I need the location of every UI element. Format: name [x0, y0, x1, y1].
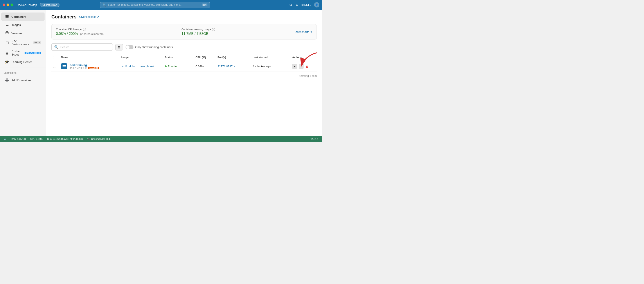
traffic-lights: [3, 4, 13, 6]
container-name[interactable]: ccdl-training: [70, 64, 99, 67]
content-header: Containers Give feedback ↗: [51, 14, 317, 20]
stats-bar: Container CPU usage i 0.08% / 200% (2 co…: [51, 24, 317, 40]
container-search[interactable]: 🔍: [51, 44, 113, 51]
sidebar-item-add-extensions[interactable]: ➕ Add Extensions: [1, 76, 44, 84]
container-search-input[interactable]: [60, 46, 110, 49]
row-status: Running: [163, 64, 194, 68]
row-checkbox[interactable]: [53, 65, 56, 68]
grid-view-button[interactable]: ⊞: [116, 44, 123, 50]
user-label[interactable]: sjspiel...: [302, 3, 311, 6]
titlebar: Docker Desktop Upgrade plan 🔍 ⌘K ⚙ ⚙ sjs…: [0, 0, 322, 10]
beta-badge: BETA: [33, 41, 41, 44]
memory-stat-label: Container memory usage i: [182, 28, 294, 31]
sidebar-label-add-extensions: Add Extensions: [12, 78, 41, 82]
feedback-link[interactable]: Give feedback ↗: [79, 15, 99, 18]
connection-icon: 🔌: [87, 138, 90, 140]
sidebar-label-volumes: Volumes: [12, 32, 41, 35]
learning-icon: 🎓: [5, 60, 9, 64]
containers-table: Name Image Status CPU (%) Port(s) Last s…: [51, 54, 317, 80]
cpu-info-icon[interactable]: i: [83, 28, 86, 31]
name-details: ccdl-training 110f76df19c8 ⎘ ⚠ AMD64: [70, 64, 99, 69]
extensions-section: Extensions ⋯: [0, 70, 46, 76]
cpu-label: CPU 0.50%: [30, 138, 43, 140]
copy-icon[interactable]: ⎘: [86, 67, 87, 69]
row-cpu: 0.08%: [194, 65, 216, 68]
select-all-checkbox[interactable]: [53, 56, 56, 59]
extensions-label: Extensions: [4, 71, 16, 74]
header-ports: Port(s): [216, 56, 251, 59]
container-id: 110f76df19c8 ⎘ ⚠ AMD64: [70, 67, 99, 69]
minimize-button[interactable]: [6, 4, 9, 6]
cpu-stat: Container CPU usage i 0.08% / 200% (2 co…: [56, 28, 168, 36]
header-image: Image: [119, 56, 163, 59]
row-checkbox-col: [51, 65, 59, 68]
name-row: ccdl-training 110f76df19c8 ⎘ ⚠ AMD64: [61, 63, 118, 69]
global-search-input[interactable]: [108, 3, 200, 6]
row-ports: 32771:8787 ↗: [216, 65, 251, 68]
extensions-icon[interactable]: ⚙: [289, 3, 292, 7]
more-options-button[interactable]: ⋮: [299, 64, 304, 69]
image-link[interactable]: ccdl/training_rnaseq:latest: [121, 65, 154, 68]
global-search[interactable]: 🔍 ⌘K: [100, 2, 210, 8]
stop-button[interactable]: ■: [292, 64, 297, 69]
external-link-icon: ↗: [234, 65, 236, 68]
header-actions: Actions: [290, 56, 317, 59]
chevron-down-icon: ▾: [310, 30, 312, 34]
sidebar-item-dev-environments[interactable]: ◫ Dev Environments BETA: [1, 38, 44, 48]
extensions-more-icon[interactable]: ⋯: [40, 71, 42, 74]
avatar[interactable]: 👤: [314, 2, 319, 8]
add-icon: ➕: [5, 78, 9, 82]
disk-stat: Disk 62.96 GB avail. of 94.16 GB: [47, 138, 82, 140]
app-title: Docker Desktop: [17, 3, 37, 6]
ram-label: RAM 1.65 GB: [11, 138, 26, 140]
upgrade-button[interactable]: Upgrade plan: [40, 3, 59, 7]
memory-stat-value: 11.7MB / 7.58GB: [182, 32, 294, 36]
row-last-started: 4 minutes ago: [251, 65, 290, 68]
settings-icon[interactable]: ⚙: [296, 3, 298, 7]
close-button[interactable]: [3, 4, 5, 6]
whale-icon: 🐳: [4, 138, 6, 140]
toggle-label: Only show running containers: [135, 46, 173, 49]
sidebar-label-images: Images: [12, 23, 41, 26]
maximize-button[interactable]: [10, 4, 13, 6]
show-charts-label: Show charts: [294, 30, 309, 34]
svg-rect-4: [62, 65, 66, 66]
sidebar-item-docker-scout[interactable]: ◉ Docker Scout EARLY ACCESS: [1, 48, 44, 58]
ram-stat: RAM 1.65 GB: [11, 138, 26, 140]
svg-point-3: [6, 32, 8, 33]
svg-rect-1: [6, 16, 8, 17]
svg-rect-0: [6, 15, 8, 16]
toggle-knob: [126, 46, 130, 49]
sidebar-item-images[interactable]: ☁ Images: [1, 21, 44, 29]
showing-count: Showing 1 item: [51, 72, 317, 80]
memory-stat: Container memory usage i 11.7MB / 7.58GB: [182, 28, 294, 36]
table-row: ccdl-training 110f76df19c8 ⎘ ⚠ AMD64: [51, 61, 317, 72]
sidebar-item-learning-center[interactable]: 🎓 Learning Center: [1, 58, 44, 66]
toolbar: 🔍 ⊞ Only show running containers: [51, 44, 317, 51]
delete-button[interactable]: 🗑: [305, 64, 309, 68]
version-label: v4.21.1: [310, 138, 318, 140]
main-layout: Containers ☁ Images Volumes ◫ Dev Enviro…: [0, 10, 322, 136]
page-title: Containers: [51, 14, 76, 20]
sidebar-label-dev-env: Dev Environments: [12, 39, 31, 46]
search-icon: 🔍: [54, 45, 58, 49]
images-icon: ☁: [5, 23, 9, 27]
container-icon: [61, 63, 67, 69]
port-link[interactable]: 32771:8787 ↗: [218, 65, 249, 68]
sidebar-label-containers: Containers: [12, 15, 41, 18]
header-checkbox-col: [51, 56, 59, 59]
header-status: Status: [163, 56, 194, 59]
sidebar-label-docker-scout: Docker Scout: [12, 50, 22, 56]
feedback-label: Give feedback: [79, 15, 96, 18]
running-toggle[interactable]: [126, 45, 134, 50]
sidebar-item-volumes[interactable]: Volumes: [1, 29, 44, 37]
row-name-col: ccdl-training 110f76df19c8 ⎘ ⚠ AMD64: [59, 63, 119, 69]
memory-info-icon[interactable]: i: [212, 28, 215, 31]
sidebar-item-containers[interactable]: Containers: [1, 12, 44, 21]
show-charts-button[interactable]: Show charts ▾: [294, 30, 312, 34]
cpu-stat-footer: CPU 0.50%: [30, 138, 43, 140]
footer: 🐳 RAM 1.65 GB CPU 0.50% Disk 62.96 GB av…: [0, 136, 322, 142]
svg-rect-6: [62, 67, 66, 68]
dev-env-icon: ◫: [5, 40, 9, 45]
table-header: Name Image Status CPU (%) Port(s) Last s…: [51, 54, 317, 61]
